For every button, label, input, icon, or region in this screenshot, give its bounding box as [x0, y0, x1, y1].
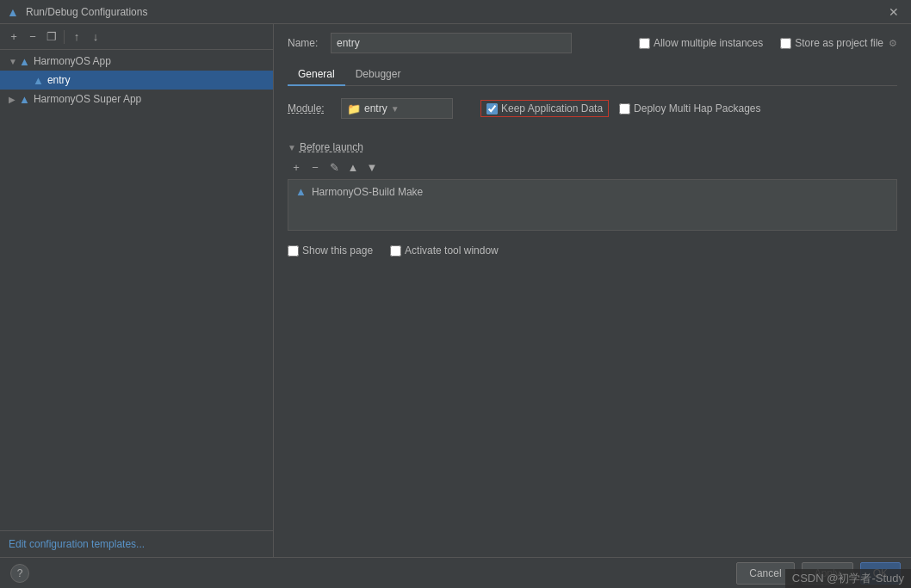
harmony-super-icon: ▲ — [19, 93, 30, 106]
entry-icon: ▲ — [33, 74, 44, 87]
allow-multiple-instances-label[interactable]: Allow multiple instances — [639, 37, 763, 49]
title-bar-text: Run/Debug Configurations — [26, 6, 883, 18]
activate-tool-window-label[interactable]: Activate tool window — [390, 244, 499, 257]
watermark: CSDN @初学者-Study — [785, 569, 911, 588]
deploy-multi-hap-text: Deploy Multi Hap Packages — [634, 102, 760, 115]
tree-label-entry: entry — [47, 74, 71, 86]
close-button[interactable]: ✕ — [883, 3, 904, 21]
activate-tool-window-text: Activate tool window — [405, 244, 499, 257]
module-label-text: Module: — [288, 102, 325, 115]
store-as-project-file-checkbox[interactable] — [780, 38, 791, 49]
keep-application-data-label[interactable]: Keep Application Data — [480, 100, 609, 117]
app-icon: ▲ — [7, 5, 21, 19]
module-value: entry — [364, 102, 387, 115]
keep-application-data-text: Keep Application Data — [501, 102, 603, 115]
toolbar-separator — [64, 30, 65, 44]
deploy-multi-hap-checkbox[interactable] — [619, 103, 630, 115]
tab-general[interactable]: General — [288, 64, 345, 86]
store-as-project-file-text: Store as project file — [795, 37, 883, 49]
name-row: Name: Allow multiple instances Store as … — [288, 33, 897, 53]
tabs-row: General Debugger — [288, 64, 897, 86]
tree-item-harmony-super[interactable]: ▶ ▲ HarmonyOS Super App — [0, 90, 273, 108]
allow-multiple-instances-checkbox[interactable] — [639, 38, 650, 49]
left-panel: + − ❐ ↑ ↓ ▼ ▲ HarmonyOS App ▲ entry — [0, 24, 274, 557]
before-launch-item-label: HarmonyOS-Build Make — [312, 186, 423, 198]
name-label: Name: — [288, 37, 322, 49]
before-launch-add-button[interactable]: + — [288, 158, 305, 176]
options-row: Allow multiple instances Store as projec… — [639, 37, 897, 49]
tree-item-entry[interactable]: ▲ entry — [0, 71, 273, 90]
module-select[interactable]: 📁 entry ▼ — [341, 98, 453, 119]
before-launch-moveup-button[interactable]: ▲ — [344, 158, 362, 176]
before-launch-movedown-button[interactable]: ▼ — [363, 158, 381, 176]
before-launch-item-icon: ▲ — [295, 185, 307, 198]
before-launch-list: ▲ HarmonyOS-Build Make — [288, 179, 897, 231]
gear-icon: ⚙ — [889, 38, 897, 49]
harmony-app-icon: ▲ — [19, 55, 30, 68]
tab-debugger[interactable]: Debugger — [345, 64, 412, 86]
title-bar: ▲ Run/Debug Configurations ✕ — [0, 0, 911, 24]
left-toolbar: + − ❐ ↑ ↓ — [0, 24, 273, 50]
before-launch-section: ▼ Before launch + − ✎ ▲ ▼ ▲ HarmonyOS-Bu… — [288, 141, 897, 231]
before-launch-edit-button[interactable]: ✎ — [325, 158, 343, 176]
before-launch-arrow-icon: ▼ — [288, 143, 296, 152]
before-launch-header[interactable]: ▼ Before launch — [288, 141, 897, 153]
show-this-page-label[interactable]: Show this page — [288, 244, 373, 257]
tree-label-harmony-super: HarmonyOS Super App — [34, 93, 141, 105]
move-down-button[interactable]: ↓ — [87, 28, 104, 46]
folder-icon: 📁 — [347, 102, 361, 115]
tree-item-harmony-app[interactable]: ▼ ▲ HarmonyOS App — [0, 52, 273, 71]
footer: ? Cancel Apply OK CSDN @初学者-Study — [0, 557, 911, 588]
module-label: Module: — [288, 102, 331, 115]
name-input[interactable] — [331, 33, 572, 53]
right-panel: Name: Allow multiple instances Store as … — [274, 24, 911, 557]
keep-application-data-checkbox[interactable] — [486, 103, 498, 115]
before-launch-item[interactable]: ▲ HarmonyOS-Build Make — [292, 183, 893, 200]
copy-config-button[interactable]: ❐ — [43, 28, 60, 46]
allow-multiple-instances-text: Allow multiple instances — [654, 37, 763, 49]
before-launch-title: Before launch — [300, 141, 363, 153]
dropdown-arrow-icon: ▼ — [391, 104, 400, 114]
store-as-project-file-label[interactable]: Store as project file ⚙ — [780, 37, 897, 49]
help-button[interactable]: ? — [10, 564, 29, 583]
before-launch-toolbar: + − ✎ ▲ ▼ — [288, 158, 897, 176]
add-config-button[interactable]: + — [5, 28, 22, 46]
tree-label-harmony-app: HarmonyOS App — [34, 55, 111, 67]
config-tree: ▼ ▲ HarmonyOS App ▲ entry ▶ ▲ HarmonyOS … — [0, 50, 273, 530]
bottom-options: Show this page Activate tool window — [288, 244, 897, 257]
move-up-button[interactable]: ↑ — [68, 28, 85, 46]
tree-arrow-harmony-super: ▶ — [9, 95, 19, 104]
main-layout: + − ❐ ↑ ↓ ▼ ▲ HarmonyOS App ▲ entry — [0, 24, 911, 557]
activate-tool-window-checkbox[interactable] — [390, 245, 401, 257]
module-row: Module: 📁 entry ▼ Keep Application Data … — [288, 98, 897, 119]
tree-arrow-harmony-app: ▼ — [9, 57, 19, 66]
deploy-multi-hap-label[interactable]: Deploy Multi Hap Packages — [619, 102, 760, 115]
before-launch-remove-button[interactable]: − — [307, 158, 324, 176]
show-this-page-checkbox[interactable] — [288, 245, 299, 257]
edit-templates-link[interactable]: Edit configuration templates... — [0, 530, 273, 557]
show-this-page-text: Show this page — [302, 244, 373, 257]
remove-config-button[interactable]: − — [24, 28, 41, 46]
